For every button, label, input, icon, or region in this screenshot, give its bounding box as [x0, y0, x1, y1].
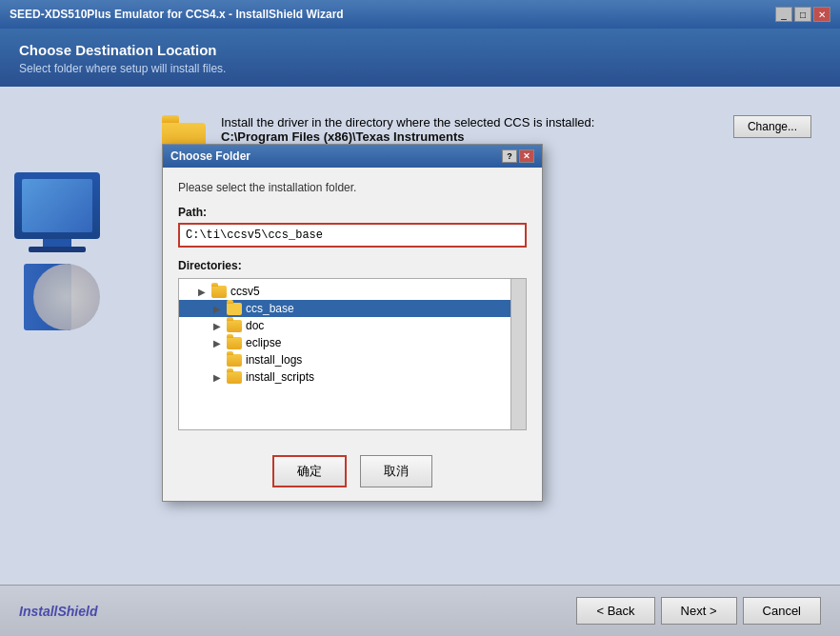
installshield-logo-text: InstallShield — [19, 604, 97, 619]
maximize-button[interactable]: □ — [794, 7, 811, 22]
directory-tree[interactable]: ▶ ccsv5 ▶ ccs_base ▶ doc ▶ — [178, 278, 527, 430]
minimize-button[interactable]: _ — [775, 7, 792, 22]
monitor-screen — [22, 179, 92, 232]
tree-item-label: eclipse — [246, 336, 281, 349]
tree-arrow: ▶ — [213, 372, 223, 383]
tree-item-ccs-base[interactable]: ▶ ccs_base — [179, 300, 526, 317]
tree-item-install-scripts[interactable]: ▶ install_scripts — [179, 368, 526, 386]
wizard-header: Choose Destination Location Select folde… — [0, 29, 840, 87]
tree-item-install-logs[interactable]: ▶ install_logs — [179, 351, 526, 368]
path-label: Path: — [178, 206, 527, 219]
dialog-title: Choose Folder — [170, 149, 250, 163]
back-button[interactable]: < Back — [576, 597, 654, 625]
tree-item-doc[interactable]: ▶ doc — [179, 317, 526, 334]
tree-arrow: ▶ — [213, 304, 223, 314]
tree-item-label: install_logs — [246, 353, 302, 367]
tree-item-eclipse[interactable]: ▶ eclipse — [179, 334, 526, 351]
next-button[interactable]: Next > — [661, 597, 737, 625]
tree-item-label: ccs_base — [246, 302, 294, 315]
tree-arrow: ▶ — [213, 321, 223, 331]
folder-icon-sm — [227, 371, 242, 384]
dialog-help-button[interactable]: ? — [502, 149, 517, 163]
folder-icon-sm — [227, 337, 242, 349]
choose-folder-dialog: Choose Folder ? ✕ Please select the inst… — [162, 144, 543, 502]
install-description: Install the driver in the directory wher… — [221, 115, 594, 129]
header-subtitle: Select folder where setup will install f… — [19, 62, 821, 75]
monitor-base — [29, 247, 86, 252]
info-text: Install the driver in the directory wher… — [221, 115, 720, 144]
dialog-close-button[interactable]: ✕ — [519, 149, 534, 163]
header-title: Choose Destination Location — [19, 42, 821, 58]
tree-scrollbar[interactable] — [510, 279, 526, 429]
path-input[interactable] — [178, 223, 527, 248]
install-path: C:\Program Files (x86)\Texas Instruments — [221, 129, 465, 144]
change-button[interactable]: Change... — [733, 115, 811, 138]
cancel-dialog-button[interactable]: 取消 — [360, 455, 432, 487]
disc — [33, 264, 100, 330]
cancel-button[interactable]: Cancel — [743, 597, 821, 625]
dialog-instruction: Please select the installation folder. — [178, 181, 527, 194]
dialog-footer: 确定 取消 — [163, 444, 542, 501]
dialog-body: Please select the installation folder. P… — [163, 168, 542, 444]
folder-icon-sm — [211, 286, 227, 298]
tree-item-ccsv5[interactable]: ▶ ccsv5 — [179, 283, 526, 300]
close-button[interactable]: ✕ — [813, 7, 830, 22]
dialog-title-bar: Choose Folder ? ✕ — [163, 145, 542, 168]
footer-buttons: < Back Next > Cancel — [576, 597, 821, 625]
folder-icon-sm — [227, 320, 242, 332]
monitor — [14, 172, 100, 239]
confirm-button[interactable]: 确定 — [272, 455, 347, 487]
tree-item-label: ccsv5 — [230, 285, 260, 298]
directories-label: Directories: — [178, 259, 527, 272]
folder-icon-sm — [227, 303, 242, 315]
dialog-controls: ? ✕ — [502, 149, 534, 163]
folder-icon-sm — [227, 354, 242, 367]
tree-arrow: ▶ — [213, 338, 223, 348]
tree-item-label: doc — [246, 319, 264, 332]
installshield-logo: InstallShield — [19, 604, 97, 619]
wizard-footer: InstallShield < Back Next > Cancel — [0, 585, 840, 636]
monitor-stand — [43, 239, 71, 247]
window-title: SEED-XDS510Plus Emulator for CCS4.x - In… — [10, 8, 344, 21]
window-controls: _ □ ✕ — [775, 7, 830, 22]
computer-illustration — [14, 172, 100, 330]
title-bar: SEED-XDS510Plus Emulator for CCS4.x - In… — [0, 0, 840, 29]
wizard-body: Install the driver in the directory wher… — [0, 87, 840, 601]
tree-arrow: ▶ — [198, 287, 208, 297]
tree-item-label: install_scripts — [246, 370, 314, 384]
